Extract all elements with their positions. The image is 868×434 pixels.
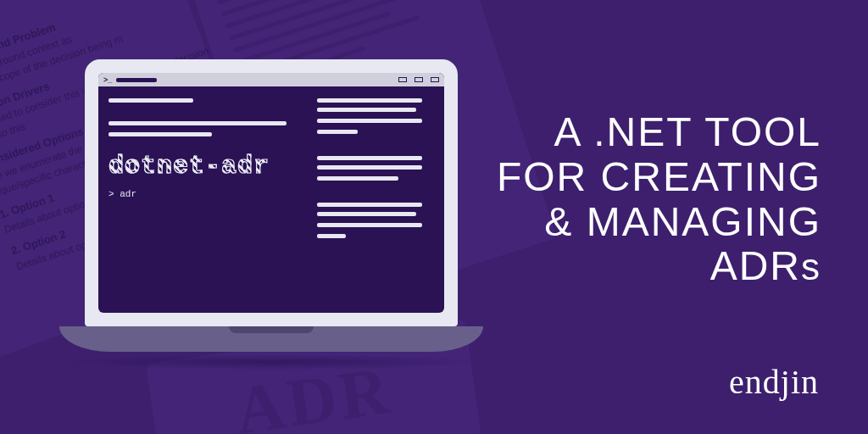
terminal-prompt: > adr: [108, 189, 297, 199]
output-line: [317, 165, 423, 170]
terminal-right-pane: [307, 86, 444, 313]
laptop-base: [59, 326, 483, 352]
headline-line-3: & MANAGING: [497, 200, 821, 245]
output-line: [317, 130, 358, 134]
output-line: [317, 176, 399, 181]
output-group: [317, 203, 434, 245]
headline-line-1: A .NET TOOL: [497, 110, 821, 155]
output-line: [317, 156, 423, 160]
output-line: [317, 223, 423, 227]
terminal-window: >_ dotnet-adr > adr: [98, 73, 444, 313]
output-line: [317, 234, 347, 238]
output-line: [317, 98, 423, 103]
laptop-shadow: [59, 354, 483, 370]
laptop-illustration: >_ dotnet-adr > adr: [85, 59, 483, 352]
output-line: [108, 98, 193, 103]
output-line: [317, 203, 423, 207]
window-close-icon: [431, 77, 439, 82]
headline-line-2: FOR CREATING: [497, 155, 821, 200]
terminal-left-pane: dotnet-adr > adr: [98, 86, 307, 313]
output-group: [317, 98, 434, 141]
titlebar-prompt-icon: >_: [103, 75, 112, 84]
window-max-icon: [415, 77, 423, 82]
output-line: [108, 132, 212, 136]
output-group: [317, 156, 434, 187]
headline-line-4: ADRs: [497, 244, 821, 289]
terminal-content: dotnet-adr > adr: [98, 86, 444, 313]
titlebar-title-placeholder: [116, 78, 157, 82]
laptop-body: >_ dotnet-adr > adr: [85, 59, 458, 326]
headline: A .NET TOOL FOR CREATING & MANAGING ADRs: [497, 110, 821, 289]
output-line: [317, 212, 417, 216]
output-line: [317, 119, 423, 123]
titlebar: >_: [98, 73, 444, 86]
brand-logo-text: endjin: [729, 362, 819, 402]
window-min-icon: [398, 77, 407, 82]
output-line: [317, 108, 417, 112]
dotnet-adr-logo-text: dotnet-adr: [108, 152, 297, 181]
output-line: [108, 121, 287, 125]
